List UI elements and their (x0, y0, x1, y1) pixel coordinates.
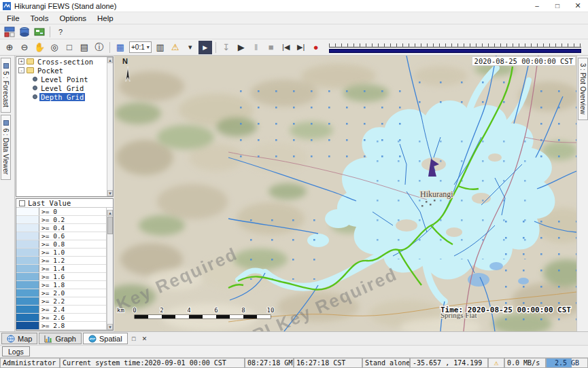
legend-color-swatch (16, 257, 39, 264)
tree-item-pocket[interactable]: - Pocket (16, 66, 113, 75)
thresholds-warning-button[interactable]: ⚠ (169, 41, 182, 54)
chevron-down-icon: ▾ (147, 44, 150, 50)
legend-color-swatch (16, 314, 39, 321)
layers-button[interactable]: ▤ (77, 41, 91, 54)
legend-row: >= 0.4 (16, 224, 106, 232)
legend-value-label: >= 0.4 (39, 224, 65, 232)
database-icon (4, 26, 15, 37)
legend-value-label: >= 0.2 (39, 216, 65, 223)
longitudinal-profile-button[interactable]: ▥ (154, 41, 167, 54)
tree-item-label: Level Point (39, 75, 90, 84)
scroll-down-icon[interactable]: ▼ (107, 190, 113, 196)
scroll-up-icon[interactable]: ▲ (107, 57, 113, 63)
tab-forecast-label: 5 : Forecast (2, 71, 10, 107)
tab-data-viewer[interactable]: 6 : Data Viewer (1, 115, 11, 180)
legend-color-swatch (16, 216, 39, 223)
zoom-extent-button[interactable]: □ (63, 41, 76, 54)
legend-value-label: >= 0.8 (39, 240, 65, 248)
zoom-previous-button[interactable]: ◎ (48, 41, 61, 54)
map-toolbar: ⊕ ⊖ ✋ ◎ □ ▤ ⓘ ▦ +0:1 ▾ ▥ ⚠ ▾ ▶ ↧ ▶ ‖ ■ |… (0, 39, 588, 56)
menu-bar: File Tools Options Help (0, 12, 588, 24)
legend-scrollbar[interactable]: ▲ ▼ (107, 210, 113, 330)
main-toolbar: ? (0, 24, 588, 39)
title-bar: Hikurangi FEWS (Stand alone) – □ ✕ (0, 0, 588, 12)
help-button[interactable]: ? (54, 25, 67, 39)
legend-color-swatch (16, 249, 39, 256)
legend-row: >= 3.0 (16, 330, 106, 331)
movie-player-button[interactable]: ▶ (198, 41, 212, 54)
tree-item-level-grid[interactable]: Level Grid (16, 84, 113, 92)
maximize-panel-icon[interactable]: □ (129, 334, 139, 344)
menu-item[interactable]: Options (54, 14, 92, 22)
tab-plot-overview[interactable]: 3 : Plot Overview (578, 58, 588, 120)
last-value-checkbox[interactable] (19, 200, 25, 206)
play-button[interactable]: ▶ (235, 41, 248, 54)
legend-color-swatch (16, 232, 39, 240)
main-content: 5 : Forecast 6 : Data Viewer + Cross-sec… (0, 56, 588, 331)
tree-item-cross-section[interactable]: + Cross-section (16, 57, 113, 66)
maximize-button[interactable]: □ (547, 0, 568, 12)
scrollbar-thumb[interactable] (107, 217, 113, 234)
zoom-out-button[interactable]: ⊖ (18, 41, 31, 54)
tree-item-label: Pocket (36, 67, 65, 75)
legend-row: >= 1.8 (16, 281, 106, 289)
pan-button[interactable]: ✋ (33, 41, 46, 54)
scroll-down-icon[interactable]: ▼ (107, 324, 113, 330)
legend-row: >= 0.2 (16, 216, 106, 224)
menu-item[interactable]: File (1, 14, 25, 22)
time-slider-range-bar[interactable] (329, 49, 581, 53)
timestep-combo[interactable]: +0:1 ▾ (129, 41, 152, 53)
tab-graph[interactable]: Graph (39, 333, 82, 344)
warning-dropdown-button[interactable]: ▾ (184, 41, 197, 54)
legend-color-swatch (16, 330, 39, 331)
toolbar-separator (215, 42, 216, 53)
menu-item[interactable]: Tools (25, 14, 54, 22)
map-canvas[interactable]: API Key Required API Key Required Hikura… (114, 56, 576, 331)
expand-icon[interactable]: + (18, 58, 24, 65)
stop-button[interactable]: ■ (264, 41, 278, 54)
scroll-up-icon[interactable]: ▲ (107, 210, 113, 216)
menu-item[interactable]: Help (92, 14, 119, 22)
legend-color-swatch (16, 224, 39, 232)
legend-value-label: >= 2.8 (39, 322, 65, 329)
data-viewer-panel: + Cross-section - Pocket Level Point Lev… (15, 56, 114, 331)
time-slider-ticks[interactable] (329, 41, 581, 48)
tab-spatial-label: Spatial (99, 335, 122, 343)
tab-map[interactable]: Map (1, 333, 37, 344)
status-warning[interactable]: ⚠ (488, 358, 504, 368)
step-forward-button[interactable]: ▶| (294, 41, 308, 54)
collapse-icon[interactable]: - (18, 67, 24, 73)
tree-item-level-point[interactable]: Level Point (16, 75, 113, 84)
legend-color-swatch (16, 322, 39, 329)
spatial-icon (88, 335, 97, 343)
record-button[interactable]: ● (309, 41, 323, 54)
grid-display-button[interactable]: ▦ (114, 41, 127, 54)
close-button[interactable]: ✕ (568, 0, 588, 12)
display-groups-button[interactable] (33, 25, 46, 39)
status-local-time: 16:27:18 CST (294, 358, 362, 368)
time-slider[interactable] (329, 41, 581, 53)
tree-scrollbar[interactable]: ▲ ▼ (107, 57, 113, 196)
left-tab-strip: 5 : Forecast 6 : Data Viewer (0, 56, 15, 331)
svg-text:10: 10 (267, 307, 275, 314)
step-back-button[interactable]: |◀ (279, 41, 293, 54)
right-tab-strip: 3 : Plot Overview (576, 56, 588, 331)
tab-forecast[interactable]: 5 : Forecast (1, 58, 11, 113)
map-display-button[interactable] (18, 25, 31, 39)
open-database-button[interactable] (3, 25, 16, 39)
bottom-tab-bar: Map Graph Spatial □ ✕ (0, 331, 588, 345)
zoom-in-button[interactable]: ⊕ (3, 41, 16, 54)
legend-value-label: >= 3.0 (39, 330, 65, 331)
legend-value-label: >= 1.0 (39, 249, 65, 256)
legend-row: >= 0 (16, 208, 106, 216)
refresh-run-button[interactable]: ↧ (220, 41, 233, 54)
tab-spatial[interactable]: Spatial (83, 333, 128, 344)
legend-value-label: >= 2.0 (39, 289, 65, 297)
minimize-button[interactable]: – (527, 0, 547, 12)
tree-item-depth-grid[interactable]: Depth Grid (16, 92, 113, 101)
close-panel-icon[interactable]: ✕ (140, 334, 150, 344)
info-button[interactable]: ⓘ (92, 41, 106, 54)
pause-button[interactable]: ‖ (249, 41, 263, 54)
status-mode: Stand alone (362, 358, 410, 368)
logs-button[interactable]: Logs (2, 346, 30, 356)
